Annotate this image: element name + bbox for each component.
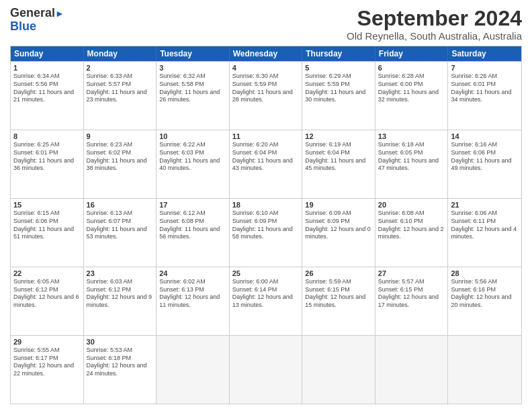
day-number: 6: [378, 64, 445, 72]
cell-info: Sunrise: 6:00 AMSunset: 6:14 PMDaylight:…: [232, 278, 300, 310]
cell-info: Sunrise: 6:19 AMSunset: 6:04 PMDaylight:…: [305, 141, 372, 173]
cell-info: Sunrise: 6:08 AMSunset: 6:10 PMDaylight:…: [378, 210, 445, 241]
cell-info: Sunrise: 6:13 AMSunset: 6:07 PMDaylight:…: [87, 210, 154, 241]
cell-sep-16: 16 Sunrise: 6:13 AMSunset: 6:07 PMDaylig…: [84, 199, 157, 267]
page: General► Blue September 2024 Old Reynell…: [0, 0, 532, 411]
cell-sep-30: 30 Sunrise: 5:53 AMSunset: 6:18 PMDaylig…: [84, 336, 157, 404]
header-wednesday: Wednesday: [230, 46, 303, 61]
cell-info: Sunrise: 5:53 AMSunset: 6:18 PMDaylight:…: [87, 347, 154, 378]
cell-info: Sunrise: 6:02 AMSunset: 6:13 PMDaylight:…: [159, 278, 226, 310]
day-number: 28: [451, 269, 519, 277]
header-thursday: Thursday: [302, 46, 375, 61]
calendar-body: 1 Sunrise: 6:34 AMSunset: 5:56 PMDayligh…: [11, 61, 521, 404]
cell-info: Sunrise: 5:57 AMSunset: 6:15 PMDaylight:…: [378, 278, 445, 310]
cell-info: Sunrise: 5:55 AMSunset: 6:17 PMDaylight:…: [13, 347, 81, 378]
logo: General► Blue: [10, 7, 64, 34]
day-number: 24: [159, 269, 226, 277]
month-title: September 2024: [347, 7, 522, 30]
cell-sep-14: 14 Sunrise: 6:16 AMSunset: 6:06 PMDaylig…: [448, 130, 521, 198]
cell-info: Sunrise: 6:26 AMSunset: 6:01 PMDaylight:…: [451, 73, 519, 104]
day-number: 3: [159, 64, 226, 72]
day-number: 11: [232, 132, 300, 140]
cell-sep-6: 6 Sunrise: 6:28 AMSunset: 6:00 PMDayligh…: [375, 62, 449, 130]
day-number: 25: [232, 269, 300, 277]
cell-sep-8: 8 Sunrise: 6:25 AMSunset: 6:01 PMDayligh…: [11, 130, 84, 198]
day-number: 15: [13, 201, 81, 209]
day-number: 26: [305, 269, 372, 277]
week-row-1: 1 Sunrise: 6:34 AMSunset: 5:56 PMDayligh…: [11, 61, 521, 130]
day-number: 23: [87, 269, 154, 277]
cell-sep-27: 27 Sunrise: 5:57 AMSunset: 6:15 PMDaylig…: [375, 267, 449, 335]
cell-sep-19: 19 Sunrise: 6:09 AMSunset: 6:09 PMDaylig…: [302, 199, 375, 267]
day-number: 14: [451, 132, 519, 140]
week-row-4: 22 Sunrise: 6:05 AMSunset: 6:12 PMDaylig…: [11, 267, 521, 335]
cell-sep-22: 22 Sunrise: 6:05 AMSunset: 6:12 PMDaylig…: [11, 267, 84, 335]
day-number: 7: [451, 64, 519, 72]
cell-sep-10: 10 Sunrise: 6:22 AMSunset: 6:03 PMDaylig…: [157, 130, 230, 198]
cell-info: Sunrise: 6:09 AMSunset: 6:09 PMDaylight:…: [305, 210, 372, 241]
cell-info: Sunrise: 6:28 AMSunset: 6:00 PMDaylight:…: [378, 73, 445, 104]
cell-empty-3: [302, 336, 375, 404]
cell-sep-13: 13 Sunrise: 6:18 AMSunset: 6:05 PMDaylig…: [375, 130, 449, 198]
cell-sep-2: 2 Sunrise: 6:33 AMSunset: 5:57 PMDayligh…: [84, 62, 157, 130]
header: General► Blue September 2024 Old Reynell…: [10, 7, 522, 42]
day-number: 12: [305, 132, 372, 140]
calendar-header: Sunday Monday Tuesday Wednesday Thursday…: [11, 46, 521, 61]
day-number: 5: [305, 64, 372, 72]
cell-info: Sunrise: 6:34 AMSunset: 5:56 PMDaylight:…: [13, 73, 81, 104]
cell-sep-5: 5 Sunrise: 6:29 AMSunset: 5:59 PMDayligh…: [302, 62, 375, 130]
week-row-5: 29 Sunrise: 5:55 AMSunset: 6:17 PMDaylig…: [11, 335, 521, 404]
day-number: 8: [13, 132, 81, 140]
week-row-3: 15 Sunrise: 6:15 AMSunset: 6:06 PMDaylig…: [11, 198, 521, 267]
cell-info: Sunrise: 6:29 AMSunset: 5:59 PMDaylight:…: [305, 73, 372, 104]
cell-info: Sunrise: 5:59 AMSunset: 6:15 PMDaylight:…: [305, 278, 372, 310]
cell-sep-23: 23 Sunrise: 6:03 AMSunset: 6:12 PMDaylig…: [84, 267, 157, 335]
header-tuesday: Tuesday: [157, 46, 230, 61]
cell-info: Sunrise: 6:18 AMSunset: 6:05 PMDaylight:…: [378, 141, 445, 173]
cell-info: Sunrise: 6:30 AMSunset: 5:59 PMDaylight:…: [232, 73, 300, 104]
cell-sep-18: 18 Sunrise: 6:10 AMSunset: 6:09 PMDaylig…: [230, 199, 303, 267]
cell-info: Sunrise: 6:12 AMSunset: 6:08 PMDaylight:…: [159, 210, 226, 241]
day-number: 29: [13, 338, 81, 346]
cell-info: Sunrise: 6:23 AMSunset: 6:02 PMDaylight:…: [87, 141, 154, 173]
cell-info: Sunrise: 6:06 AMSunset: 6:11 PMDaylight:…: [451, 210, 519, 241]
day-number: 13: [378, 132, 445, 140]
cell-sep-25: 25 Sunrise: 6:00 AMSunset: 6:14 PMDaylig…: [230, 267, 303, 335]
day-number: 2: [87, 64, 154, 72]
day-number: 21: [451, 201, 519, 209]
cell-empty-5: [448, 336, 521, 404]
cell-sep-1: 1 Sunrise: 6:34 AMSunset: 5:56 PMDayligh…: [11, 62, 84, 130]
header-sunday: Sunday: [11, 46, 84, 61]
cell-empty-4: [375, 336, 449, 404]
cell-sep-24: 24 Sunrise: 6:02 AMSunset: 6:13 PMDaylig…: [157, 267, 230, 335]
cell-sep-4: 4 Sunrise: 6:30 AMSunset: 5:59 PMDayligh…: [230, 62, 303, 130]
cell-sep-7: 7 Sunrise: 6:26 AMSunset: 6:01 PMDayligh…: [448, 62, 521, 130]
logo-icon-shape: ►: [55, 8, 64, 19]
cell-sep-15: 15 Sunrise: 6:15 AMSunset: 6:06 PMDaylig…: [11, 199, 84, 267]
day-number: 27: [378, 269, 445, 277]
cell-info: Sunrise: 5:56 AMSunset: 6:16 PMDaylight:…: [451, 278, 519, 310]
day-number: 30: [87, 338, 154, 346]
header-saturday: Saturday: [448, 46, 521, 61]
header-monday: Monday: [84, 46, 157, 61]
cell-info: Sunrise: 6:32 AMSunset: 5:58 PMDaylight:…: [159, 73, 226, 104]
cell-info: Sunrise: 6:20 AMSunset: 6:04 PMDaylight:…: [232, 141, 300, 173]
day-number: 10: [159, 132, 226, 140]
cell-info: Sunrise: 6:10 AMSunset: 6:09 PMDaylight:…: [232, 210, 300, 241]
cell-info: Sunrise: 6:15 AMSunset: 6:06 PMDaylight:…: [13, 210, 81, 241]
day-number: 17: [159, 201, 226, 209]
cell-sep-28: 28 Sunrise: 5:56 AMSunset: 6:16 PMDaylig…: [448, 267, 521, 335]
day-number: 22: [13, 269, 81, 277]
calendar: Sunday Monday Tuesday Wednesday Thursday…: [10, 46, 522, 404]
day-number: 20: [378, 201, 445, 209]
cell-sep-3: 3 Sunrise: 6:32 AMSunset: 5:58 PMDayligh…: [157, 62, 230, 130]
cell-sep-12: 12 Sunrise: 6:19 AMSunset: 6:04 PMDaylig…: [302, 130, 375, 198]
cell-info: Sunrise: 6:16 AMSunset: 6:06 PMDaylight:…: [451, 141, 519, 173]
location-subtitle: Old Reynella, South Australia, Australia: [347, 30, 522, 42]
cell-sep-11: 11 Sunrise: 6:20 AMSunset: 6:04 PMDaylig…: [230, 130, 303, 198]
day-number: 9: [87, 132, 154, 140]
cell-sep-9: 9 Sunrise: 6:23 AMSunset: 6:02 PMDayligh…: [84, 130, 157, 198]
cell-info: Sunrise: 6:25 AMSunset: 6:01 PMDaylight:…: [13, 141, 81, 173]
cell-info: Sunrise: 6:33 AMSunset: 5:57 PMDaylight:…: [87, 73, 154, 104]
cell-info: Sunrise: 6:03 AMSunset: 6:12 PMDaylight:…: [87, 278, 154, 310]
